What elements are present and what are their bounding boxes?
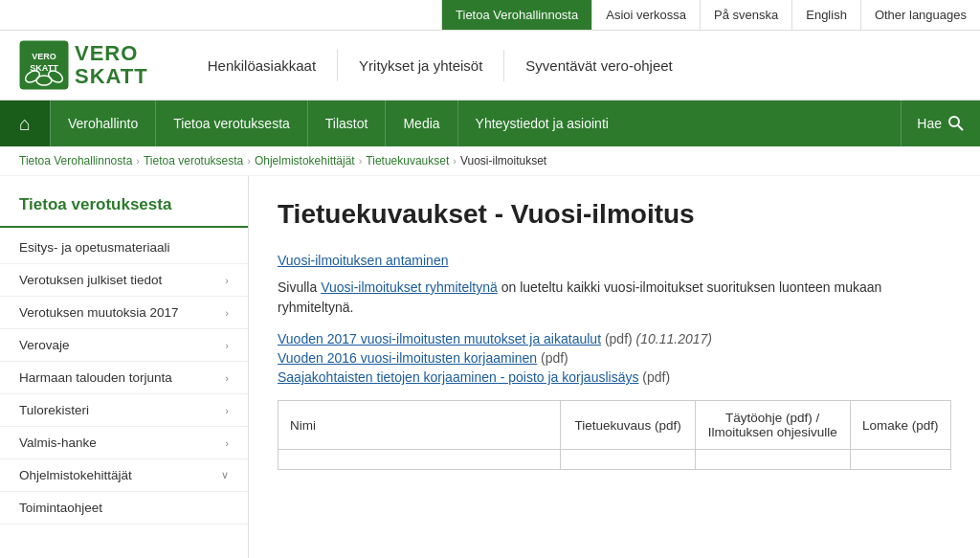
breadcrumb: Tietoa Verohallinnosta › Tietoa verotuks… <box>0 146 980 176</box>
list-item: Vuoden 2017 vuosi-ilmoitusten muutokset … <box>278 331 951 346</box>
sidebar-item-label-valmis: Valmis-hanke <box>19 435 97 450</box>
chevron-right-icon: › <box>225 340 229 351</box>
top-bar-nav: Tietoa Verohallinnosta Asioi verkossa På… <box>441 0 980 30</box>
sidebar-item-muutoksia[interactable]: Verotuksen muutoksia 2017 › <box>0 297 248 329</box>
sidebar-item-label-harmaan: Harmaan talouden torjunta <box>19 370 172 385</box>
green-nav-media[interactable]: Media <box>385 100 457 146</box>
sidebar-title: Tietoa verotuksesta <box>0 195 248 228</box>
chevron-right-icon: › <box>225 372 229 384</box>
sidebar-item-ohjelmisto[interactable]: Ohjelmistokehittäjät ∨ <box>0 459 248 492</box>
breadcrumb-current: Vuosi-ilmoitukset <box>460 154 546 167</box>
svg-text:VERO: VERO <box>32 52 56 61</box>
main-header-nav: Henkilöasiakkaat Yritykset ja yhteisöt S… <box>187 50 961 81</box>
header-nav-henkiloasiakkaat[interactable]: Henkilöasiakkaat <box>187 50 337 81</box>
top-bar: Tietoa Verohallinnosta Asioi verkossa På… <box>0 0 980 31</box>
list-item: Vuoden 2016 vuosi-ilmoitusten korjaamine… <box>278 350 951 366</box>
link2[interactable]: Vuoden 2016 vuosi-ilmoitusten korjaamine… <box>278 350 537 366</box>
sidebar: Tietoa verotuksesta Esitys- ja opetusmat… <box>0 176 249 558</box>
main-layout: Tietoa verotuksesta Esitys- ja opetusmat… <box>0 176 980 558</box>
table-header-tayttoohje: Täytöohje (pdf) / Ilmoituksen ohjesivull… <box>695 401 850 450</box>
topbar-item-other[interactable]: Other languages <box>860 0 980 30</box>
sidebar-item-label-julkiset: Verotuksen julkiset tiedot <box>19 273 162 287</box>
link1-pdf: (pdf) <box>605 331 633 346</box>
link3[interactable]: Saajakohtaisten tietojen korjaaminen - p… <box>278 369 638 385</box>
sidebar-item-label-toiminta: Toimintaohjeet <box>19 501 102 515</box>
logo-icon: VERO SKATT <box>19 40 69 90</box>
topbar-item-svenska[interactable]: På svenska <box>700 0 791 30</box>
sidebar-item-valmis[interactable]: Valmis-hanke › <box>0 427 248 459</box>
svg-line-7 <box>958 125 963 130</box>
logo-text: VERO SKATT <box>75 42 148 88</box>
breadcrumb-tietoa-verotuksesta[interactable]: Tietoa verotuksesta <box>144 154 243 167</box>
intro-link2[interactable]: Vuosi-ilmoitukset ryhmiteltynä <box>321 279 498 295</box>
link1-date-val: (10.11.2017) <box>636 331 712 346</box>
table-row <box>278 450 951 470</box>
topbar-item-english[interactable]: English <box>791 0 860 30</box>
logo[interactable]: VERO SKATT VERO SKATT <box>19 40 148 90</box>
breadcrumb-tietoa-verohallinnosta[interactable]: Tietoa Verohallinnosta <box>19 154 132 167</box>
sidebar-item-label-muutoksia: Verotuksen muutoksia 2017 <box>19 305 179 320</box>
sidebar-item-julkiset[interactable]: Verotuksen julkiset tiedot › <box>0 264 248 297</box>
topbar-item-tietoa[interactable]: Tietoa Verohallinnosta <box>441 0 591 30</box>
intro-text-before: Sivulla <box>278 279 317 295</box>
green-nav-verohallinto[interactable]: Verohallinto <box>50 100 155 146</box>
home-icon: ⌂ <box>19 113 31 135</box>
search-button[interactable]: Hae <box>901 100 980 146</box>
table-header-lomake: Lomake (pdf) <box>850 401 950 450</box>
svg-point-6 <box>949 117 959 126</box>
sidebar-item-harmaan[interactable]: Harmaan talouden torjunta › <box>0 362 248 394</box>
sidebar-item-label-verovaje: Verovaje <box>19 338 70 352</box>
search-icon <box>947 115 965 132</box>
link3-pdf: (pdf) <box>642 369 670 385</box>
breadcrumb-sep-1: › <box>136 155 140 167</box>
table-cell-nimi <box>278 450 561 470</box>
chevron-down-icon: ∨ <box>221 469 229 481</box>
link2-pdf: (pdf) <box>541 350 568 366</box>
sidebar-item-label-esitys: Esitys- ja opetusmateriaali <box>19 240 170 255</box>
logo-skatt: SKATT <box>75 65 148 88</box>
topbar-item-asioi[interactable]: Asioi verkossa <box>591 0 700 30</box>
logo-vero: VERO <box>75 42 148 65</box>
page-title: Tietuekuvaukset - Vuosi-ilmoitus <box>278 199 951 230</box>
sidebar-item-label-tulorekisteri: Tulorekisteri <box>19 403 89 417</box>
data-table: Nimi Tietuekuvaus (pdf) Täytöohje (pdf) … <box>278 400 951 470</box>
content: Tietuekuvaukset - Vuosi-ilmoitus Vuosi-i… <box>249 176 980 558</box>
chevron-right-icon: › <box>225 307 229 319</box>
table-header-nimi: Nimi <box>278 401 561 450</box>
table-cell-lomake <box>850 450 950 470</box>
chevron-right-icon: › <box>225 275 229 286</box>
home-button[interactable]: ⌂ <box>0 100 50 146</box>
sidebar-item-toiminta[interactable]: Toimintaohjeet <box>0 492 248 525</box>
green-nav-yhteystiedot[interactable]: Yhteystiedot ja asiointi <box>457 100 626 146</box>
breadcrumb-sep-4: › <box>453 155 457 167</box>
table-cell-tietuekuvaus <box>561 450 696 470</box>
header-nav-syventavat[interactable]: Syventävät vero-ohjeet <box>503 50 693 81</box>
breadcrumb-sep-3: › <box>359 155 363 167</box>
sidebar-item-esitys[interactable]: Esitys- ja opetusmateriaali <box>0 232 248 264</box>
header: VERO SKATT VERO SKATT Henkilöasiakkaat Y… <box>0 31 980 100</box>
breadcrumb-tietuekuvaukset[interactable]: Tietuekuvaukset <box>366 154 449 167</box>
green-nav-items: Verohallinto Tietoa verotuksesta Tilasto… <box>50 100 901 146</box>
content-links-list: Vuoden 2017 vuosi-ilmoitusten muutokset … <box>278 331 951 385</box>
table-cell-tayttoohje <box>695 450 850 470</box>
sidebar-item-tulorekisteri[interactable]: Tulorekisteri › <box>0 394 248 427</box>
breadcrumb-sep-2: › <box>247 155 251 167</box>
chevron-right-icon: › <box>225 437 229 449</box>
link1[interactable]: Vuoden 2017 vuosi-ilmoitusten muutokset … <box>278 331 601 346</box>
green-nav-tilastot[interactable]: Tilastot <box>307 100 386 146</box>
search-label: Hae <box>917 116 942 131</box>
table-header-tietuekuvaus: Tietuekuvaus (pdf) <box>561 401 696 450</box>
header-nav-yritykset[interactable]: Yritykset ja yhteisöt <box>337 50 503 81</box>
chevron-right-icon: › <box>225 405 229 416</box>
sidebar-item-label-ohjelmisto: Ohjelmistokehittäjät <box>19 468 132 482</box>
sidebar-item-verovaje[interactable]: Verovaje › <box>0 329 248 362</box>
green-nav: ⌂ Verohallinto Tietoa verotuksesta Tilas… <box>0 100 980 146</box>
intro-link[interactable]: Vuosi-ilmoituksen antaminen <box>278 253 448 268</box>
green-nav-tietoa[interactable]: Tietoa verotuksesta <box>155 100 307 146</box>
list-item: Saajakohtaisten tietojen korjaaminen - p… <box>278 369 951 385</box>
breadcrumb-ohjelmistokehittajat[interactable]: Ohjelmistokehittäjät <box>255 154 355 167</box>
